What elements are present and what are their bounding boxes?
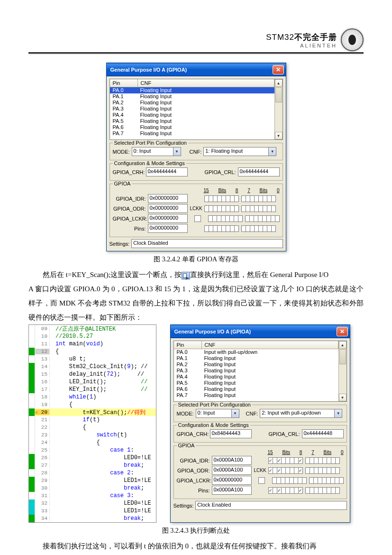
list-row[interactable]: PA.5Floating Input <box>110 118 274 124</box>
dialog-titlebar[interactable]: General Purpose I/O A (GPIOA) ✕ <box>171 325 350 338</box>
odr-input[interactable]: 0x00000000 <box>148 204 188 213</box>
alien-logo-icon <box>341 28 364 51</box>
col-pin-header[interactable]: Pin <box>110 79 138 87</box>
paragraph-2: A 窗口内设置 GPIOA.0 为 0，GPIOA.13 和 15 为 1，这是… <box>28 282 364 324</box>
bit-checkbox[interactable] <box>271 195 276 202</box>
odr-bit-row[interactable]: ✓✓✓ <box>269 467 340 474</box>
pins-bit-row[interactable] <box>205 225 276 232</box>
mode-dropdown[interactable]: 0: Input ▼ <box>196 409 239 418</box>
col-pin-header[interactable]: Pin <box>174 341 202 349</box>
lckr-bit-row[interactable] <box>209 215 280 222</box>
chevron-down-icon[interactable]: ▼ <box>335 409 342 418</box>
list-row[interactable]: PA.7Floating Input <box>174 392 338 398</box>
bit-checkbox[interactable]: ✓ <box>298 467 303 474</box>
bit-checkbox[interactable] <box>238 215 243 222</box>
cnf-dropdown[interactable]: 1: Floating Input ▼ <box>203 147 276 156</box>
crl-input[interactable]: 0x44444448 <box>302 429 344 438</box>
bit-checkbox[interactable] <box>234 195 239 202</box>
lckk-checkbox[interactable] <box>194 215 201 222</box>
chevron-down-icon[interactable]: ▼ <box>269 147 276 156</box>
bit-checkbox[interactable] <box>335 457 340 464</box>
list-row[interactable]: PA.1Floating Input <box>110 93 274 100</box>
settings-input[interactable]: Clock Enabled <box>195 501 346 510</box>
bit-checkbox[interactable] <box>234 205 239 212</box>
close-icon[interactable]: ✕ <box>337 327 348 336</box>
code-editor[interactable]: 09//正点原子@ALIENTEK 10//2010.5.27 11int ma… <box>28 324 156 523</box>
odr-bit-row[interactable] <box>205 205 276 212</box>
col-cnf-header[interactable]: CNF <box>202 341 338 349</box>
lckr-input[interactable]: 0x00000000 <box>148 214 188 223</box>
scrollbar[interactable]: ▲ ▼ <box>338 341 346 401</box>
lckk-checkbox[interactable] <box>258 477 265 484</box>
bit-checkbox[interactable] <box>302 477 307 484</box>
list-row[interactable]: PA.5Floating Input <box>174 380 338 386</box>
list-row[interactable]: PA.6Floating Input <box>174 386 338 392</box>
pin-list[interactable]: Pin CNF PA.0Input with pull-up/down PA.1… <box>173 341 347 402</box>
scrollbar[interactable]: ▲ ▼ <box>274 79 283 139</box>
crl-label: GPIOA_CRL: <box>268 431 300 437</box>
pins-bit-row[interactable]: ✓✓✓ <box>269 487 340 494</box>
bit-checkbox[interactable] <box>275 215 280 222</box>
pin-list[interactable]: Pin CNF PA.0Floating Input PA.1Floating … <box>109 79 283 140</box>
bit-checkbox[interactable]: ✓ <box>298 457 303 464</box>
settings-input[interactable]: Clock Disabled <box>131 239 283 248</box>
bit-checkbox[interactable]: ✓ <box>298 487 303 494</box>
bit-checkbox[interactable] <box>271 225 276 232</box>
bits-scale: 15Bits8 7Bits0 <box>204 188 280 193</box>
list-row[interactable]: PA.4Floating Input <box>174 374 338 380</box>
group-legend: Selected Port Pin Configuration <box>113 140 188 146</box>
crh-label: GPIOA_CRH: <box>113 169 144 175</box>
idr-bit-row[interactable] <box>205 195 276 202</box>
lckr-bit-row[interactable] <box>273 477 344 484</box>
list-row[interactable]: PA.0Input with pull-up/down <box>174 349 338 355</box>
run-to-cursor-icon: ▶ <box>182 272 190 279</box>
list-row[interactable]: PA.3Floating Input <box>110 106 274 112</box>
scroll-up-icon[interactable]: ▲ <box>275 79 283 87</box>
bit-checkbox[interactable] <box>335 467 340 474</box>
odr-input[interactable]: 0x0000A100 <box>212 466 252 475</box>
list-row[interactable]: PA.2Floating Input <box>174 361 338 368</box>
idr-label: GPIOA_IDR: <box>177 458 210 463</box>
mode-label: MODE: <box>113 149 130 155</box>
col-cnf-header[interactable]: CNF <box>138 79 274 87</box>
list-row[interactable]: PA.3Floating Input <box>174 368 338 374</box>
close-icon[interactable]: ✕ <box>273 65 284 74</box>
cnf-dropdown[interactable]: 2: Input with pull-up/down ▼ <box>260 409 342 418</box>
pins-label: Pins: <box>177 488 210 493</box>
list-row[interactable]: PA.6Floating Input <box>110 124 274 130</box>
scroll-up-icon[interactable]: ▲ <box>339 341 346 349</box>
pins-input[interactable]: 0x00000000 <box>148 224 188 233</box>
crl-input[interactable]: 0x44444444 <box>238 167 280 176</box>
list-row[interactable]: PA.0Floating Input <box>110 87 274 93</box>
config-mode-group: Configuration & Mode Settings GPIOA_CRH:… <box>109 163 283 181</box>
lckr-input[interactable]: 0x00000000 <box>212 476 252 485</box>
list-row[interactable]: PA.2Floating Input <box>110 100 274 106</box>
selected-pin-group: Selected Port Pin Configuration MODE: 0:… <box>173 405 347 422</box>
scroll-down-icon[interactable]: ▼ <box>275 132 283 139</box>
pins-input[interactable]: 0x0000A100 <box>212 486 252 495</box>
chevron-down-icon[interactable]: ▼ <box>173 147 181 156</box>
crh-input[interactable]: 0x84844443 <box>210 429 252 438</box>
list-row[interactable]: PA.7Floating Input <box>110 130 274 137</box>
bit-checkbox[interactable] <box>339 477 344 484</box>
scroll-thumb[interactable] <box>339 349 346 364</box>
list-row[interactable]: PA.1Floating Input <box>174 355 338 361</box>
bit-checkbox[interactable] <box>335 487 340 494</box>
chevron-down-icon[interactable]: ▼ <box>232 409 239 418</box>
bit-checkbox[interactable] <box>271 205 276 212</box>
bit-checkbox[interactable] <box>234 225 239 232</box>
mode-dropdown[interactable]: 0: Input ▼ <box>132 147 181 156</box>
crh-input[interactable]: 0x44444444 <box>146 167 188 176</box>
list-row[interactable]: PA.4Floating Input <box>110 112 274 118</box>
breakpoint-arrow-icon[interactable]: 20 <box>35 409 50 415</box>
pins-label: Pins: <box>113 226 146 231</box>
idr-bit-row[interactable]: ✓✓✓ <box>269 457 340 464</box>
idr-input[interactable]: 0x0000A100 <box>212 456 252 465</box>
mode-value: 0: Input <box>132 147 173 156</box>
scroll-down-icon[interactable]: ▼ <box>339 394 346 401</box>
group-legend: Configuration & Mode Settings <box>113 160 186 166</box>
scroll-thumb[interactable] <box>275 87 282 102</box>
crh-label: GPIOA_CRH: <box>177 431 208 437</box>
idr-input[interactable]: 0x00000000 <box>148 194 188 203</box>
dialog-titlebar[interactable]: General Purpose I/O A (GPIOA) ✕ <box>107 63 286 76</box>
